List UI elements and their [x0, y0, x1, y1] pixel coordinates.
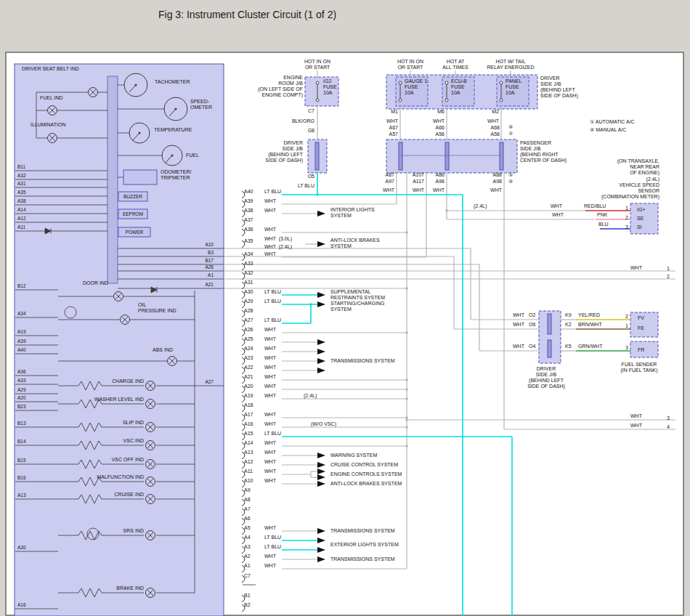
component-box: [123, 170, 157, 185]
gauge-hub-icon: [171, 155, 174, 157]
wiring-diagram-svg: [0, 0, 690, 616]
component-box: [118, 192, 147, 201]
instrument-cluster-box: [15, 64, 224, 616]
component-box: [118, 227, 150, 237]
component-box: [118, 209, 147, 219]
gauge-hub-icon: [139, 132, 141, 134]
gauge-hub-icon: [175, 108, 177, 110]
gauge-hub-icon: [135, 84, 137, 86]
diagram-page: Fig 3: Instrument Cluster Circuit (1 of …: [0, 0, 690, 616]
